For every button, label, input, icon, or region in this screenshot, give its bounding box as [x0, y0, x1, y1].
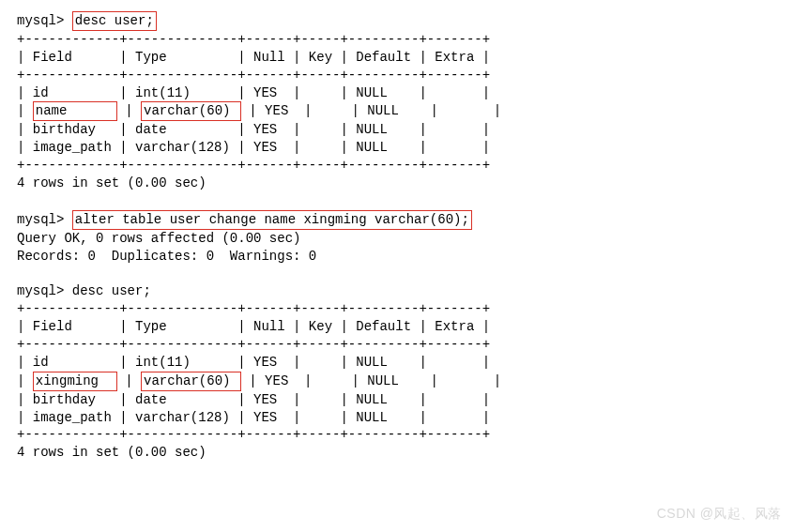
table-header: | Field | Type | Null | Key | Default | …: [17, 318, 778, 336]
table-row: | birthday | date | YES | | NULL | |: [17, 391, 778, 409]
command-desc-1: desc user;: [72, 11, 157, 31]
result-line: 4 rows in set (0.00 sec): [17, 444, 778, 462]
prompt-line-2: mysql> alter table user change name xing…: [17, 210, 778, 230]
field-type-cell: varchar(60): [141, 372, 241, 391]
table-row: | birthday | date | YES | | NULL | |: [17, 121, 778, 139]
result-line: 4 rows in set (0.00 sec): [17, 175, 778, 192]
table-row: | id | int(11) | YES | | NULL | |: [17, 84, 778, 102]
blank: [17, 192, 778, 210]
table-header: | Field | Type | Null | Key | Default | …: [17, 49, 778, 67]
query-ok: Query OK, 0 rows affected (0.00 sec): [17, 230, 778, 248]
table-sep: +------------+--------------+------+----…: [17, 426, 778, 444]
prompt-line-3: mysql> desc user;: [17, 282, 778, 300]
table-row: | image_path | varchar(128) | YES | | NU…: [17, 139, 778, 157]
table-sep: +------------+--------------+------+----…: [17, 31, 778, 49]
command-desc-2: desc user;: [72, 283, 151, 298]
prompt-line-1: mysql> desc user;: [17, 11, 778, 31]
field-name-cell: name: [33, 101, 117, 121]
field-type-cell: varchar(60): [141, 101, 241, 121]
watermark: CSDN @风起、风落: [657, 505, 782, 523]
table-row-highlighted: | xingming | varchar(60) | YES | | NULL …: [17, 372, 778, 391]
table-sep: +------------+--------------+------+----…: [17, 336, 778, 354]
blank: [17, 265, 778, 282]
table-sep: +------------+--------------+------+----…: [17, 67, 778, 84]
command-alter: alter table user change name xingming va…: [72, 210, 472, 230]
table-row: | image_path | varchar(128) | YES | | NU…: [17, 409, 778, 427]
table-row: | id | int(11) | YES | | NULL | |: [17, 354, 778, 372]
table-sep: +------------+--------------+------+----…: [17, 300, 778, 318]
prompt: mysql>: [17, 283, 72, 298]
table-sep: +------------+--------------+------+----…: [17, 157, 778, 175]
table-row-highlighted: | name | varchar(60) | YES | | NULL | |: [17, 101, 778, 121]
prompt: mysql>: [17, 212, 72, 227]
prompt: mysql>: [17, 13, 72, 28]
field-name-cell: xingming: [33, 372, 117, 391]
records-line: Records: 0 Duplicates: 0 Warnings: 0: [17, 248, 778, 266]
